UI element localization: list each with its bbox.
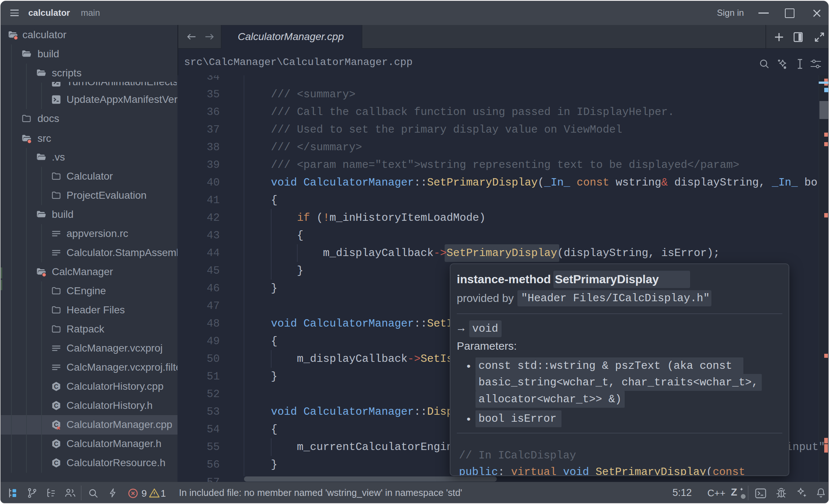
svg-text:C: C [54, 402, 58, 409]
svg-text:C: C [54, 383, 58, 390]
svg-text:C: C [54, 460, 58, 467]
svg-text:C: C [54, 440, 58, 447]
